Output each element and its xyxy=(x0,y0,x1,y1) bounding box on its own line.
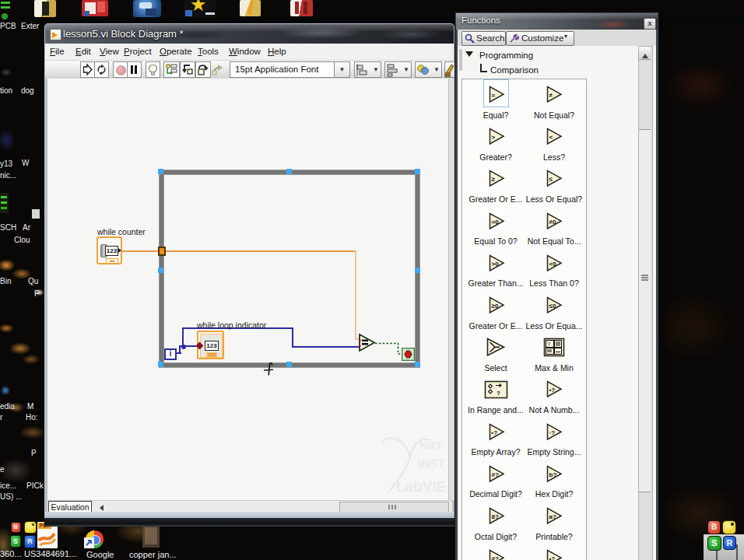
svg-text:?: ? xyxy=(547,341,550,347)
svg-text:>: > xyxy=(492,134,496,141)
svg-text:NAT: NAT xyxy=(419,439,443,452)
svg-text:▪?: ▪? xyxy=(492,429,498,436)
svg-text:≥: ≥ xyxy=(492,176,496,183)
svg-text:•?: •? xyxy=(549,555,556,560)
svg-text:≤0: ≤0 xyxy=(549,303,556,310)
svg-text:>0: >0 xyxy=(492,260,500,267)
svg-text:=: = xyxy=(492,92,496,99)
svg-text:LabVIE: LabVIE xyxy=(396,478,445,495)
svg-text:#?: #? xyxy=(492,555,499,560)
svg-text:#?: #? xyxy=(492,471,499,478)
svg-text:≠0: ≠0 xyxy=(549,218,556,225)
svg-text:b?: b? xyxy=(549,471,557,478)
svg-text:≥0: ≥0 xyxy=(492,303,499,310)
svg-text:≤: ≤ xyxy=(549,176,553,183)
svg-text:?: ? xyxy=(497,390,500,397)
svg-text:•?: •? xyxy=(549,387,556,394)
svg-text:<0: <0 xyxy=(549,260,557,267)
svg-text:INST: INST xyxy=(418,457,444,470)
svg-text:≠: ≠ xyxy=(549,92,553,99)
svg-text:8?: 8? xyxy=(492,513,499,520)
svg-text:▫?: ▫? xyxy=(549,429,556,436)
svg-text:=0: =0 xyxy=(492,218,500,225)
svg-text:a?: a? xyxy=(549,513,556,520)
svg-text:<: < xyxy=(549,134,553,141)
